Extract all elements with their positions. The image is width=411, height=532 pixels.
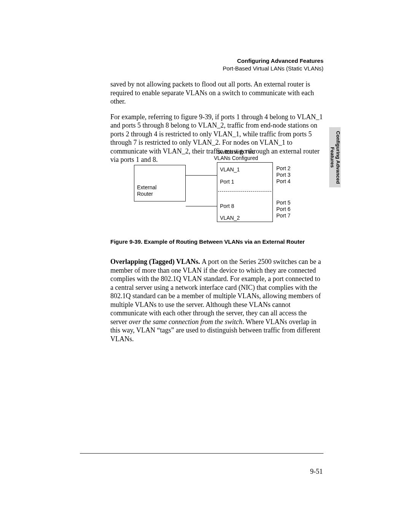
port6-label: Port 6 bbox=[276, 206, 290, 212]
page: Configuring Advanced Features Port-Based… bbox=[0, 0, 411, 532]
switch-divider bbox=[218, 191, 271, 192]
figure-9-39: Switch with Two VLANs Configured Externa… bbox=[110, 147, 323, 231]
port4-label: Port 4 bbox=[276, 178, 290, 184]
router-label-line1: External bbox=[137, 184, 156, 190]
port8-label: Port 8 bbox=[220, 203, 234, 209]
switch-label-line2: VLANs Configured bbox=[214, 155, 258, 161]
page-number: 9-51 bbox=[310, 468, 323, 476]
header-subtitle: Port-Based Virtual LANs (Static VLANs) bbox=[223, 65, 323, 72]
overlap-italic: over the same connection from the switch bbox=[129, 318, 242, 326]
port1-label: Port 1 bbox=[220, 179, 234, 185]
side-tab-label: Configuring Advanced Features bbox=[329, 131, 341, 184]
router-label: External Router bbox=[137, 184, 156, 197]
footer-rule bbox=[80, 453, 323, 454]
router-label-line2: Router bbox=[137, 191, 153, 197]
link-line-top bbox=[186, 175, 217, 176]
switch-label: Switch with Two VLANs Configured bbox=[198, 149, 274, 161]
port5-label: Port 5 bbox=[276, 200, 290, 206]
paragraph-1: saved by not allowing packets to flood o… bbox=[110, 80, 323, 106]
figure-caption: Figure 9-39. Example of Routing Between … bbox=[110, 238, 323, 245]
overlapping-vlans-paragraph: Overlapping (Tagged) VLANs. A port on th… bbox=[110, 251, 323, 350]
page-header: Configuring Advanced Features Port-Based… bbox=[223, 57, 323, 72]
port3-label: Port 3 bbox=[276, 172, 290, 178]
switch-label-line1: Switch with Two bbox=[217, 149, 255, 155]
vlan2-label: VLAN_2 bbox=[220, 215, 240, 221]
overlap-text-a: A port on the Series 2500 switches can b… bbox=[110, 258, 321, 326]
port2-label: Port 2 bbox=[276, 165, 290, 171]
vlan1-label: VLAN_1 bbox=[220, 166, 240, 173]
ports-bottom-group: Port 5 Port 6 Port 7 bbox=[276, 200, 290, 219]
link-line-bottom bbox=[186, 206, 217, 206]
header-title: Configuring Advanced Features bbox=[223, 57, 323, 65]
side-tab: Configuring Advanced Features bbox=[329, 127, 341, 187]
overlap-heading: Overlapping (Tagged) VLANs. bbox=[110, 258, 202, 265]
ports-top-group: Port 2 Port 3 Port 4 bbox=[276, 165, 290, 184]
port7-label: Port 7 bbox=[276, 212, 290, 219]
